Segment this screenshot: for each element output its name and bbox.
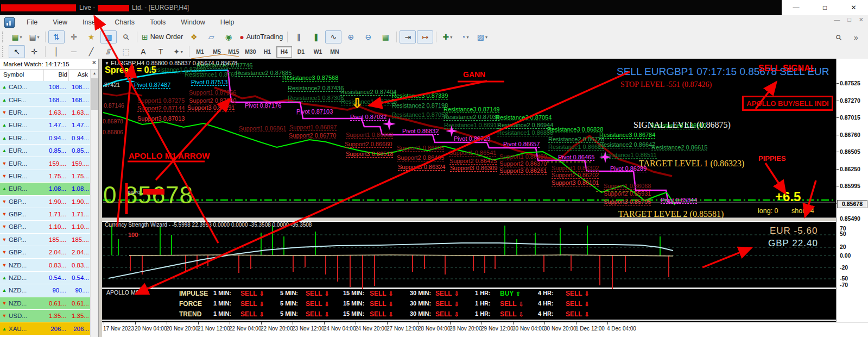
table-row[interactable]: ▼EUR...159....159.... [0,157,90,170]
tile-windows-button[interactable]: ▦ [377,30,394,43]
arrow-down-icon: ▼ [0,199,9,204]
ask-cell: 1.75... [66,173,90,179]
msp-signal-sell: SELL⇩ [240,310,264,318]
market-watch-scrollbar[interactable]: ▴ ▾ [90,70,98,337]
table-row[interactable]: ▲CHF...168....168.... [0,93,90,106]
chart-shift-button[interactable]: ↦ [417,30,433,43]
time-axis[interactable]: 17 Nov 202320 Nov 04:0020 Nov 20:0021 No… [102,322,868,337]
table-row[interactable]: ▲NZD...90....90.... [0,284,90,297]
maximize-button[interactable]: □ [810,0,839,15]
market-watch-button[interactable]: ⇅ [48,30,65,43]
table-row[interactable]: ▼GBP...185....185.... [0,234,90,246]
table-row[interactable]: ▼USD...1.35...1.35... [0,310,90,322]
menu-item-insert[interactable]: Insert [75,15,107,29]
table-row[interactable]: ▼EUR...1.63...1.63... [0,107,90,119]
candle-chart-button[interactable]: ❚ [308,30,324,43]
table-row[interactable]: ▲XAU...206...206... [0,322,90,335]
menu-item-help[interactable]: Help [213,15,242,29]
timeframe-m1[interactable]: M1 [192,46,208,58]
sr-level-label: Resistance1 0.87058 [392,111,448,118]
child-close-button[interactable]: ✕ [859,16,864,23]
close-button[interactable]: ✕ [839,0,868,15]
timeframe-w1[interactable]: W1 [310,46,326,58]
symbol-cell: CHF... [9,97,41,103]
search-icon[interactable]: ⚲ [831,31,847,44]
chart-upload-button[interactable]: ▱ [203,30,219,43]
new-order-button[interactable]: ⊞New Order [140,30,185,43]
zoom-out-button[interactable]: ⊖ [360,30,376,43]
bar-chart-button[interactable]: ∥ [290,30,307,43]
subwindow-splitter[interactable] [102,217,868,222]
table-row[interactable]: ▼EUR...1.75...1.75... [0,170,90,183]
scroll-up-icon[interactable]: ▴ [91,70,98,77]
timeframe-m30[interactable]: M30 [243,46,258,58]
timeframe-mn[interactable]: MN [327,46,343,58]
table-row[interactable]: ▲EUR...1.08...1.08... [0,183,90,195]
signals-button[interactable]: ◉ [220,30,237,43]
column-ask[interactable]: Ask [73,71,88,78]
trendline-button[interactable]: ╱ [83,45,99,58]
text-button[interactable]: A [135,45,151,58]
scale-label: 0.85490 [840,215,860,222]
scrollbar-thumb[interactable] [91,78,98,110]
table-row[interactable]: ▲EUR...0.85...0.85... [0,145,90,157]
table-row[interactable]: ▼NZD...0.83...0.83... [0,259,90,271]
data-window-button[interactable]: ✛ [66,30,82,43]
vline-button[interactable]: │ [48,45,65,58]
arrows-tool-button[interactable]: ✦▾ [170,45,186,58]
zoom-in-button[interactable]: ⊕ [343,30,359,43]
price-scale[interactable]: 0.875250.872700.870150.867600.865050.862… [836,59,868,322]
menu-item-tools[interactable]: Tools [142,15,173,29]
timeframe-h1[interactable]: H1 [259,46,275,58]
time-axis-label: 4 Dec 04:00 [607,326,636,332]
table-row[interactable]: ▼GBP...2.04...2.04... [0,246,90,259]
table-row[interactable]: ▼GBP...1.90...1.90... [0,196,90,208]
metaeditor-button[interactable]: ❖ [186,30,202,43]
market-watch-list: ▲CAD...108....108....▲CHF...168....168..… [0,81,90,335]
arrow-up-icon: ▲ [0,326,9,332]
child-minimize-button[interactable]: — [834,16,840,23]
table-row[interactable]: ▲EUR...1.47...1.47... [0,119,90,132]
templates-button[interactable]: ▨▾ [474,30,490,43]
table-row[interactable]: ▲NZD...0.54...0.54... [0,272,90,284]
table-row[interactable]: ▼GBP...1.71...1.71... [0,208,90,221]
column-bid[interactable]: Bid [52,71,67,78]
menu-item-window[interactable]: Window [173,15,212,29]
channel-button[interactable]: ⫻ [100,45,117,58]
timeframe-h4[interactable]: H4 [276,46,292,58]
cursor-button[interactable]: ↖ [9,45,25,58]
crosshair-button[interactable]: ✛ [26,45,42,58]
child-restore-button[interactable]: □ [847,16,851,23]
title-bar: Live - Ltd. - [EURGBP,H4] — □ ✕ [0,0,868,15]
minimize-button[interactable]: — [782,0,810,15]
sr-level-label: Resistance2 0.86944 [497,122,553,129]
menu-item-file[interactable]: File [19,15,45,29]
menu-item-charts[interactable]: Charts [107,15,142,29]
label-button[interactable]: T [153,45,169,58]
column-symbol[interactable]: Symbol [3,71,24,78]
table-row[interactable]: ▲EUR...0.94...0.94... [0,132,90,145]
fibo-button[interactable]: ⬚ [118,45,134,58]
table-row[interactable]: ▼NZD...0.61...0.61... [0,297,90,310]
auto-scroll-button[interactable]: ⇥ [400,30,416,43]
table-row[interactable]: ▼GBP...1.10...1.10... [0,221,90,233]
overflow-chevron-icon[interactable]: » [848,31,864,44]
timeframe-m15[interactable]: M15 [226,46,242,58]
menu-item-view[interactable]: View [45,15,75,29]
new-chart-button[interactable]: ▦▾ [9,30,25,43]
navigator-button[interactable]: ★ [83,30,99,43]
profiles-button[interactable]: ▤▾ [26,30,42,43]
indicators-button[interactable]: ✚▾ [439,30,455,43]
arrow-down-icon: ⇩ [325,301,329,307]
periods-button[interactable]: ◔▾ [457,30,473,43]
strategy-tester-button[interactable]: ⚲ [118,30,134,43]
timeframe-m5[interactable]: M5 [209,46,225,58]
autotrading-button[interactable]: ●AutoTrading [238,30,284,43]
market-watch-close-icon[interactable]: ✕ [92,59,97,66]
table-row[interactable]: ▲CAD...108....108.... [0,81,90,93]
line-chart-button[interactable]: ∿ [325,30,341,43]
terminal-button[interactable]: ▥ [100,30,117,43]
timeframe-d1[interactable]: D1 [293,46,309,58]
time-axis-tick [324,322,325,324]
hline-button[interactable]: ─ [66,45,82,58]
